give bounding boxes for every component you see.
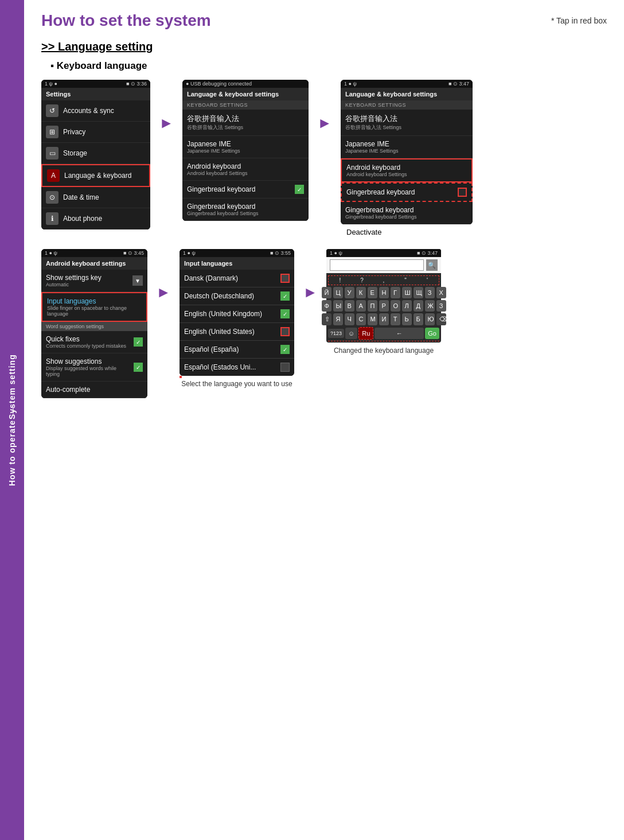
english-us-checkbox[interactable] <box>280 327 290 336</box>
lang-english-us[interactable]: English (United States) <box>180 323 294 341</box>
key-л[interactable]: Л <box>402 300 412 312</box>
key-ж[interactable]: Ж <box>425 300 435 312</box>
screen6-status: 1 ● ψ ■ ⊙ 3:47 <box>326 249 441 257</box>
key-т[interactable]: Т <box>391 313 400 325</box>
key-ф[interactable]: Ф <box>322 300 332 312</box>
suggestion-row: ! ? , " ' <box>328 275 439 285</box>
key-numbers[interactable]: ?123 <box>328 329 344 338</box>
espanol-checkbox[interactable]: ✓ <box>280 345 290 354</box>
screen5: 1 ● ψ ■ ⊙ 3:55 Input languages Dansk (Da… <box>180 249 294 376</box>
arrow-4: ► <box>300 283 321 301</box>
s2-item-chinese[interactable]: 谷歌拼音输入法 谷歌拼音输入法 Settings <box>182 110 309 136</box>
show-suggestions-checkbox[interactable]: ✓ <box>134 363 143 372</box>
key-д[interactable]: Д <box>414 300 423 312</box>
screen2-title: Language & keyboard settings <box>182 88 309 100</box>
key-б[interactable]: Б <box>414 313 423 325</box>
key-у[interactable]: У <box>345 287 354 298</box>
key-ы[interactable]: Ы <box>333 300 343 312</box>
lang-dansk[interactable]: Dansk (Danmark) <box>180 270 294 287</box>
key-go[interactable]: Go <box>425 328 439 339</box>
s4-input-languages[interactable]: Input languages Slide finger on spacebar… <box>41 292 147 322</box>
key-й[interactable]: Й <box>322 287 332 298</box>
arrow-1: ► <box>156 114 177 132</box>
key-ч[interactable]: Ч <box>345 313 354 325</box>
s3-item-gingerbread1[interactable]: Gingerbread keyboard ① <box>341 182 473 202</box>
key-з[interactable]: З <box>425 287 435 298</box>
key-в[interactable]: В <box>345 300 354 312</box>
side-tab: How to operate＿System setting <box>0 0 24 840</box>
settings-item-storage[interactable]: ▭ Storage <box>41 143 150 164</box>
settings-item-about[interactable]: ℹ About phone <box>41 208 150 230</box>
espanol-estados-checkbox[interactable] <box>280 363 290 372</box>
key-п[interactable]: П <box>368 300 377 312</box>
about-icon: ℹ <box>46 212 58 225</box>
quick-fixes-checkbox[interactable]: ✓ <box>134 337 143 347</box>
key-г[interactable]: Г <box>391 287 400 298</box>
key-з2[interactable]: З <box>436 300 446 312</box>
keyboard-dashed-bottom <box>328 341 439 341</box>
settings-item-language[interactable]: A Language & keyboard <box>41 164 150 187</box>
screen3: 1 ● ψ ■ ⊙ 3:47 Language & keyboard setti… <box>341 80 473 224</box>
gingerbread3-checkbox[interactable] <box>458 188 467 197</box>
key-щ[interactable]: Щ <box>414 287 423 298</box>
key-и[interactable]: И <box>379 313 389 325</box>
lang-english-uk[interactable]: English (United Kingdom) ✓ <box>180 305 294 323</box>
s3-item-gingerbread2[interactable]: Gingerbread keyboard Gingerbread keyboar… <box>341 202 473 224</box>
key-space[interactable]: ← <box>375 328 424 339</box>
key-я[interactable]: Я <box>333 313 343 325</box>
key-н[interactable]: Н <box>379 287 389 298</box>
key-emoji[interactable]: ☺ <box>345 328 357 339</box>
key-del[interactable]: ⌫ <box>436 313 446 325</box>
deutsch-checkbox[interactable]: ✓ <box>280 291 290 301</box>
lang-espanol[interactable]: Español (España) ✓ <box>180 341 294 359</box>
key-х[interactable]: Х <box>436 287 446 298</box>
screen2-wrapper: ● USB debugging connected Language & key… <box>182 80 309 221</box>
key-р[interactable]: Р <box>379 300 389 312</box>
key-к[interactable]: К <box>356 287 366 298</box>
key-с[interactable]: С <box>356 313 366 325</box>
search-input[interactable] <box>330 259 424 271</box>
key-а[interactable]: А <box>356 300 366 312</box>
key-ru[interactable]: Ru <box>358 327 373 340</box>
s3-item-chinese[interactable]: 谷歌拼音输入法 谷歌拼音输入法 Settings <box>341 110 473 136</box>
s2-item-gingerbread1[interactable]: Gingerbread keyboard ✓ <box>182 181 309 199</box>
settings-item-accounts[interactable]: ↺ Accounts & sync <box>41 100 150 122</box>
lang-espanol-estados[interactable]: Español (Estados Uni... <box>180 359 294 376</box>
screen5-status: 1 ● ψ ■ ⊙ 3:55 <box>180 249 294 257</box>
screen3-wrapper: 1 ● ψ ■ ⊙ 3:47 Language & keyboard setti… <box>341 80 473 236</box>
settings-item-privacy[interactable]: ⊞ Privacy <box>41 122 150 143</box>
s4-quick-fixes[interactable]: Quick fixes Corrects commonly typed mist… <box>41 331 147 353</box>
s2-item-android[interactable]: Android keyboard Android keyboard Settin… <box>182 158 309 181</box>
dropdown-arrow[interactable]: ▼ <box>132 275 143 286</box>
s2-item-gingerbread2[interactable]: Gingerbread keyboard Gingerbread keyboar… <box>182 199 309 221</box>
dansk-checkbox[interactable] <box>280 274 290 283</box>
key-shift[interactable]: ⇧ <box>322 313 332 325</box>
key-ю[interactable]: Ю <box>425 313 435 325</box>
lang-deutsch[interactable]: Deutsch (Deutschland) ✓ <box>180 287 294 305</box>
s3-item-android[interactable]: Android keyboard Android keyboard Settin… <box>341 158 473 182</box>
keyboard-bottom-row: ?123 ☺ Ru ← Go <box>328 327 439 340</box>
search-icon[interactable]: 🔍 <box>426 259 438 271</box>
deactivate-label: Deactivate <box>346 228 381 236</box>
s4-show-settings[interactable]: Show settings key Automatic ▼ <box>41 270 147 292</box>
word-suggestion-label: Word suggestion settings <box>41 322 147 331</box>
main-content: How to set the system * Tap in red box >… <box>24 0 624 840</box>
key-ь[interactable]: Ь <box>402 313 412 325</box>
gingerbread1-checkbox[interactable]: ✓ <box>295 185 304 194</box>
key-ц[interactable]: Ц <box>333 287 343 298</box>
key-ш[interactable]: Ш <box>402 287 412 298</box>
s4-show-suggestions[interactable]: Show suggestions Display suggested words… <box>41 353 147 382</box>
key-е[interactable]: Е <box>368 287 377 298</box>
english-uk-checkbox[interactable]: ✓ <box>280 309 290 318</box>
s2-item-japanese[interactable]: Japanese IME Japanese IME Settings <box>182 136 309 158</box>
screen2-status: ● USB debugging connected <box>182 80 309 88</box>
header-row: How to set the system * Tap in red box <box>41 11 607 30</box>
s3-item-japanese[interactable]: Japanese IME Japanese IME Settings <box>341 136 473 158</box>
key-о[interactable]: О <box>391 300 400 312</box>
screen4-title: Android keyboard settings <box>41 257 147 270</box>
key-м[interactable]: М <box>368 313 377 325</box>
screen6-search: 🔍 <box>326 257 441 273</box>
screen3-status: 1 ● ψ ■ ⊙ 3:47 <box>341 80 473 88</box>
settings-item-date[interactable]: ⊙ Date & time <box>41 187 150 208</box>
s4-auto-complete[interactable]: Auto-complete <box>41 382 147 398</box>
